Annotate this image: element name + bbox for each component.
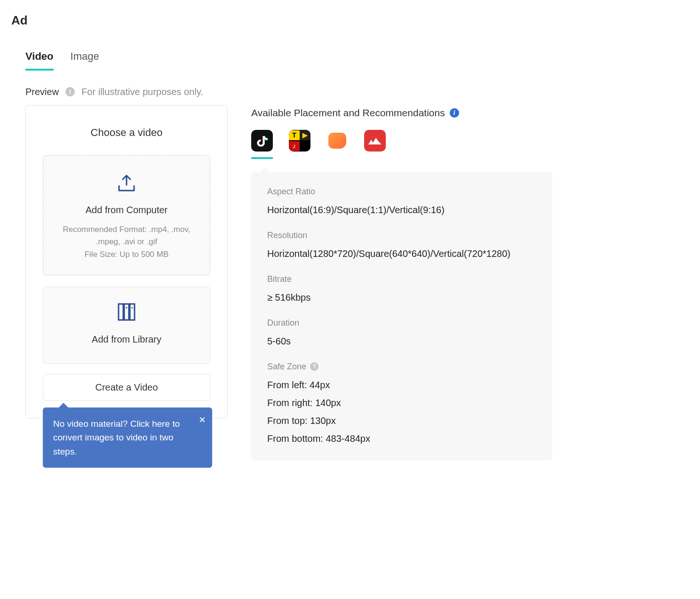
placement-helo[interactable] (326, 130, 348, 159)
svg-point-4 (131, 307, 133, 308)
svg-point-3 (126, 307, 127, 308)
placement-pangle[interactable] (364, 130, 386, 159)
file-size-note: File Size: Up to 500 MB (55, 248, 199, 261)
specs-panel: Aspect Ratio Horizontal(16:9)/Square(1:1… (251, 172, 552, 461)
info-icon: ! (65, 87, 75, 96)
tab-video[interactable]: Video (25, 48, 54, 71)
duration-value: 5-60s (267, 332, 536, 350)
preview-note: For illustrative purposes only. (81, 85, 203, 99)
placements-title: Available Placement and Recommendations (251, 105, 445, 120)
format-tabs: Video Image (11, 48, 689, 71)
tooltip-text: No video material? Click here to convert… (53, 419, 180, 456)
placement-topbuzz[interactable]: T ▶ ♪ (289, 130, 310, 159)
help-icon[interactable]: ? (310, 362, 318, 371)
svg-rect-2 (130, 304, 135, 320)
placement-tiktok[interactable] (251, 130, 273, 159)
recommended-format: Recommended Format: .mp4, .mov, .mpeg, .… (55, 224, 199, 248)
add-from-library-label: Add from Library (55, 332, 199, 346)
helo-icon (326, 130, 348, 152)
upload-icon (55, 175, 199, 192)
pangle-icon (364, 130, 386, 152)
create-video-tooltip: No video material? Click here to convert… (43, 407, 212, 468)
tooltip-close-icon[interactable]: × (199, 414, 206, 425)
bitrate-label: Bitrate (267, 273, 536, 286)
create-video-button[interactable]: Create a Video (43, 374, 210, 401)
add-from-computer-label: Add from Computer (55, 203, 199, 217)
tab-image[interactable]: Image (71, 48, 99, 71)
safe-zone-left: From left: 44px (267, 376, 536, 394)
svg-rect-0 (119, 304, 123, 320)
choose-video-title: Choose a video (43, 125, 210, 140)
preview-row: Preview ! For illustrative purposes only… (11, 85, 689, 99)
preview-label: Preview (25, 85, 59, 99)
aspect-ratio-label: Aspect Ratio (267, 185, 536, 198)
topbuzz-icon: T ▶ ♪ (289, 130, 310, 152)
aspect-ratio-value: Horizontal(16:9)/Square(1:1)/Vertical(9:… (267, 201, 536, 219)
add-from-computer-button[interactable]: Add from Computer Recommended Format: .m… (43, 155, 210, 275)
info-icon[interactable]: i (450, 108, 459, 118)
placement-icons: T ▶ ♪ (251, 130, 552, 159)
safe-zone-bottom: From bottom: 483-484px (267, 430, 536, 447)
resolution-label: Resolution (267, 229, 536, 242)
resolution-value: Horizontal(1280*720)/Square(640*640)/Ver… (267, 245, 536, 263)
add-from-library-button[interactable]: Add from Library (43, 287, 210, 364)
page-title: Ad (11, 11, 689, 30)
safe-zone-top: From top: 130px (267, 412, 536, 430)
svg-rect-1 (124, 304, 129, 320)
upload-card: Choose a video Add from Computer Recomme… (25, 105, 228, 418)
safe-zone-right: From right: 140px (267, 394, 536, 412)
duration-label: Duration (267, 317, 536, 329)
bitrate-value: ≥ 516kbps (267, 288, 536, 306)
safe-zone-label: Safe Zone (267, 360, 306, 373)
library-icon (55, 302, 199, 322)
tiktok-icon (251, 130, 273, 152)
